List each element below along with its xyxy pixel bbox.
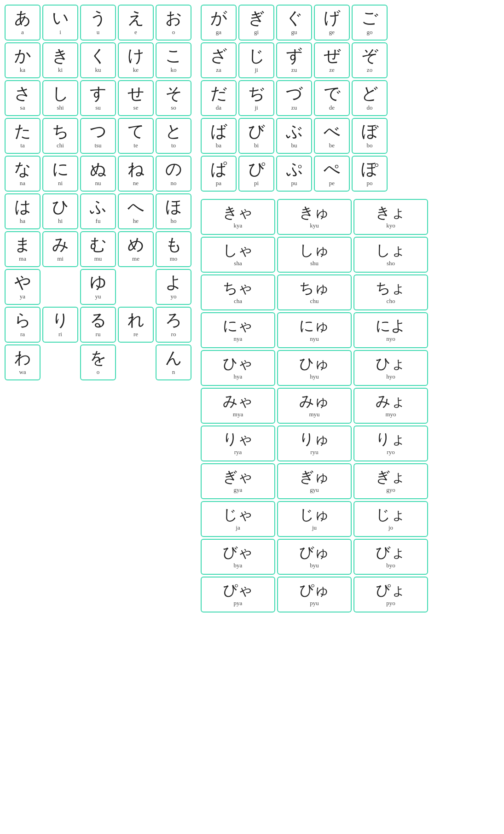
romaji-text: ni	[58, 180, 63, 187]
right-cell-3-2: ぶbu	[276, 118, 312, 154]
combo-cell-0-2: きょkyo	[353, 199, 428, 235]
kana-text: しゃ	[223, 242, 253, 258]
kana-text: ぴゅ	[299, 582, 330, 598]
cell-4-1: にni	[42, 156, 78, 192]
romaji-text: ra	[20, 331, 25, 338]
kana-text: わ	[14, 349, 31, 367]
kana-text: や	[14, 274, 31, 292]
romaji-text: hi	[58, 217, 63, 225]
kana-text: み	[52, 236, 69, 254]
cell-6-3: めme	[118, 231, 154, 267]
combo-cell-7-1: ぎゅgyu	[277, 463, 352, 499]
romaji-text: hya	[234, 373, 243, 380]
romaji-text: me	[132, 255, 139, 262]
romaji-text: pyo	[386, 600, 395, 607]
combo-row-4: ひゃhyaひゅhyuひょhyo	[201, 350, 428, 386]
romaji-text: gyo	[386, 486, 395, 494]
right-cell-4-4: ぽpo	[352, 156, 388, 192]
kana-text: みょ	[376, 393, 406, 409]
romaji-text: za	[216, 66, 221, 74]
romaji-text: no	[171, 180, 177, 187]
romaji-text: shi	[57, 104, 64, 111]
kana-text: ら	[14, 311, 31, 330]
romaji-text: ji	[255, 66, 258, 74]
cell-9-0: わwa	[5, 344, 41, 380]
cell-3-1: ちchi	[42, 118, 78, 154]
kana-text: にゃ	[223, 318, 253, 334]
kana-text: か	[14, 47, 31, 65]
kana-text: そ	[165, 85, 182, 103]
kana-text: ご	[361, 9, 378, 28]
kana-text: じょ	[376, 507, 406, 523]
kana-text: お	[165, 9, 182, 28]
combo-cell-5-1: みゅmyu	[277, 388, 352, 424]
romaji-text: bi	[254, 142, 259, 149]
romaji-text: ja	[236, 524, 240, 531]
romaji-text: de	[329, 104, 335, 111]
kana-text: り	[52, 311, 69, 330]
cell-3-0: たta	[5, 118, 41, 154]
right-cell-0-2: ぐgu	[276, 5, 312, 41]
cell-3-3: てte	[118, 118, 154, 154]
romaji-text: mya	[233, 411, 243, 418]
kana-text: ぴょ	[376, 582, 406, 598]
kana-text: い	[52, 9, 69, 28]
romaji-text: o	[97, 368, 100, 376]
kana-text: ば	[210, 122, 227, 141]
romaji-text: to	[171, 142, 176, 149]
kana-text: し	[52, 85, 69, 103]
cell-5-1: ひhi	[42, 193, 78, 229]
cell-7-1	[42, 269, 78, 305]
combo-row-0: きゃkyaきゅkyuきょkyo	[201, 199, 428, 235]
cell-8-3: れre	[118, 307, 154, 343]
right-basic-row-4: ぱpaぴpiぷpuぺpeぽpo	[201, 156, 428, 192]
kana-text: ひ	[52, 198, 69, 216]
romaji-text: sa	[20, 104, 25, 111]
combo-cell-9-0: びゃbya	[201, 539, 275, 575]
romaji-text: myo	[385, 411, 396, 418]
romaji-text: tsu	[94, 142, 101, 149]
right-cell-4-2: ぷpu	[276, 156, 312, 192]
left-grid: あaいiうuえeおoかkaきkiくkuけkeこkoさsaしshiすsuせseそs…	[5, 5, 191, 380]
romaji-text: go	[367, 29, 373, 36]
kana-text: ど	[361, 85, 378, 103]
cell-7-0: やya	[5, 269, 41, 305]
romaji-text: zo	[367, 66, 372, 74]
romaji-text: da	[216, 104, 221, 111]
kana-text: ひょ	[376, 356, 406, 372]
left-row-8: らraりriるruれreろro	[5, 307, 191, 343]
romaji-text: ze	[329, 66, 335, 74]
kana-text: れ	[127, 311, 145, 330]
cell-3-4: とto	[156, 118, 191, 154]
kana-text: ぼ	[361, 122, 378, 141]
right-cell-4-1: ぴpi	[238, 156, 274, 192]
romaji-text: yo	[171, 293, 177, 300]
cell-1-2: くku	[80, 42, 116, 78]
romaji-text: hyu	[310, 373, 319, 380]
kana-text: みゃ	[223, 393, 253, 409]
kana-text: ぴゃ	[223, 582, 253, 598]
kana-text: ね	[127, 160, 145, 179]
kana-text: ぶ	[286, 122, 303, 141]
romaji-text: o	[172, 29, 175, 36]
kana-text: を	[90, 349, 107, 367]
kana-text: ちゃ	[223, 280, 253, 296]
kana-text: け	[127, 47, 145, 65]
romaji-text: gya	[234, 486, 243, 494]
cell-9-4: んn	[156, 344, 191, 380]
kana-text: よ	[165, 274, 182, 292]
romaji-text: sha	[234, 260, 242, 267]
left-row-2: さsaしshiすsuせseそso	[5, 80, 191, 116]
kana-text: た	[14, 122, 31, 141]
combo-cell-7-0: ぎゃgya	[201, 463, 275, 499]
kana-text: きゅ	[299, 204, 330, 221]
combo-cell-8-1: じゅju	[277, 501, 352, 537]
romaji-text: ki	[58, 66, 63, 74]
kana-text: な	[14, 160, 31, 179]
right-cell-3-0: ばba	[201, 118, 237, 154]
kana-text: ず	[286, 47, 303, 65]
combo-cell-10-1: ぴゅpyu	[277, 577, 352, 612]
kana-text: にゅ	[299, 318, 330, 334]
combo-cell-9-1: びゅbyu	[277, 539, 352, 575]
cell-1-4: こko	[156, 42, 191, 78]
